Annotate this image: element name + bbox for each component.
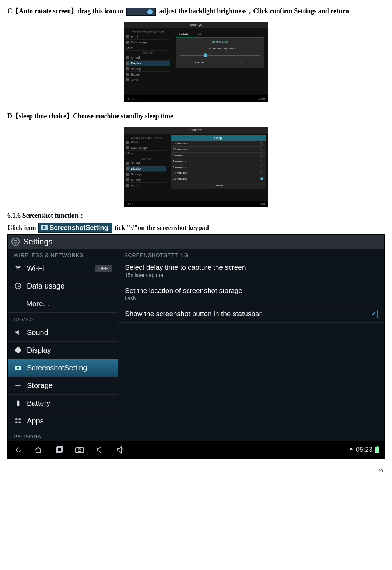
sidebar-item-apps[interactable]: Apps — [126, 77, 170, 83]
screenshot-sleep: Settings WIRELESS & NETWORKS Wi-Fi Data … — [124, 127, 268, 207]
sleep-option[interactable]: 1 minute — [171, 153, 266, 158]
sidebar-item-wifi[interactable]: Wi-Fi — [126, 140, 166, 145]
sleep-option[interactable]: 15 seconds — [171, 141, 266, 147]
nav-recent-icon[interactable] — [54, 445, 64, 455]
big-cat-wireless: WIRELESS & NETWORKS — [8, 249, 118, 260]
heading-616: 6.1.6 Screenshot function： — [7, 211, 385, 220]
sidebar-item-storage[interactable]: Storage — [126, 66, 170, 72]
nav-back-icon[interactable]: ◅ — [126, 97, 129, 101]
svg-rect-10 — [15, 419, 17, 420]
setting-loc-sub: flash — [125, 296, 378, 301]
nav-back-icon[interactable]: ◅ — [126, 202, 129, 206]
sidebar-item-datausage[interactable]: Data usage — [126, 145, 166, 151]
page-number: 29 — [7, 459, 385, 474]
sidebar-item-more[interactable]: More... — [8, 295, 118, 313]
click-icon-line: Click icon ScreenshotSetting tick "√"on … — [7, 223, 385, 233]
screenshotsetting-label: ScreenshotSetting — [50, 224, 108, 232]
big-sidebar: WIRELESS & NETWORKS Wi-Fi OFF Data usage… — [8, 249, 118, 441]
svg-rect-13 — [19, 422, 21, 423]
sidebar-item-display[interactable]: Display — [126, 61, 170, 66]
sidebar-item-wifi[interactable]: Wi-Fi OFF — [8, 260, 118, 277]
sleep-option[interactable]: 10 minutes — [171, 170, 266, 176]
battery-status-icon — [375, 447, 379, 453]
brightness-slider[interactable] — [180, 55, 260, 56]
nav-home-icon[interactable]: ⌂ — [129, 202, 131, 206]
svg-rect-12 — [15, 422, 17, 423]
brightness-auto-check[interactable]: Automatic brightness — [180, 45, 260, 52]
nav-recent-icon[interactable]: ▢ — [138, 97, 141, 101]
big-status-area[interactable]: 05:23 — [348, 446, 379, 454]
sleep-option[interactable]: 2 minutes — [171, 158, 266, 164]
shot1-sidebar: WIRELESS & NETWORKS Wi-Fi Data usage Mor… — [124, 28, 172, 95]
sidebar-item-sound[interactable]: Sound — [8, 324, 118, 342]
camera-icon — [14, 364, 22, 371]
screenshot-sleep-wrap: Settings WIRELESS & NETWORKS Wi-Fi Data … — [7, 127, 385, 207]
shot1-title: Settings — [124, 22, 268, 28]
nav-screenshot-icon[interactable] — [75, 445, 84, 455]
shot1-cat-device: DEVICE — [126, 52, 170, 55]
sleep-cancel-button[interactable]: Cancel — [171, 182, 266, 189]
storage-icon — [14, 382, 22, 389]
shot1-cat-wireless: WIRELESS & NETWORKS — [126, 31, 170, 34]
sidebar-item-apps[interactable]: Apps — [126, 183, 166, 188]
display-icon — [14, 346, 22, 354]
sidebar-item-wifi[interactable]: Wi-Fi — [126, 34, 170, 40]
big-header: Settings — [8, 235, 384, 249]
brightness-dialog-title: Brightness — [180, 40, 260, 45]
brightness-dialog: Brightness Automatic brightness Cancel O… — [176, 37, 264, 68]
sidebar-item-screenshotsetting[interactable]: ScreenshotSetting — [8, 359, 118, 377]
tab-installed[interactable]: Installed — [176, 31, 194, 38]
para-c-suffix: adjust the backlight brightness，Click co… — [159, 7, 349, 15]
svg-point-2 — [15, 347, 21, 353]
sleep-option[interactable]: 5 minutes — [171, 164, 266, 170]
setting-delay-title: Select delay time to capture the screen — [125, 263, 378, 272]
nav-volume-down-icon[interactable] — [95, 445, 105, 455]
click-icon-pre: Click icon — [7, 224, 36, 232]
sidebar-item-display[interactable]: Display — [126, 166, 166, 172]
setting-delay-time[interactable]: Select delay time to capture the screen … — [118, 260, 384, 283]
setting-storage-location[interactable]: Set the location of screenshot storage f… — [118, 283, 384, 306]
sidebar-item-sound[interactable]: Sound — [126, 55, 170, 61]
svg-point-4 — [17, 367, 19, 369]
wifi-icon — [14, 265, 22, 272]
sidebar-item-battery[interactable]: Battery — [126, 72, 170, 77]
brightness-cancel-button[interactable]: Cancel — [180, 59, 220, 66]
nav-home-icon[interactable] — [34, 445, 43, 455]
sleep-option[interactable]: 30 seconds — [171, 147, 266, 153]
sidebar-item-apps[interactable]: Apps — [8, 412, 118, 430]
svg-point-0 — [18, 270, 18, 270]
brightness-ok-button[interactable]: OK — [220, 59, 260, 66]
screenshotsetting-button-icon: ScreenshotSetting — [38, 223, 112, 233]
screenshot-settings-large: Settings WIRELESS & NETWORKS Wi-Fi OFF D… — [7, 234, 385, 459]
shot2-clock: 8:56 — [260, 202, 266, 206]
big-cat-device: DEVICE — [8, 313, 118, 324]
brightness-slider-icon — [126, 8, 156, 16]
svg-rect-9 — [17, 401, 18, 401]
sidebar-item-battery[interactable]: Battery — [126, 177, 166, 183]
sidebar-item-more[interactable]: More... — [126, 45, 170, 51]
nav-volume-up-icon[interactable] — [116, 445, 126, 455]
apps-icon — [14, 417, 22, 424]
wifi-toggle[interactable]: OFF — [95, 265, 112, 272]
sleep-dialog-title: Sleep — [171, 135, 266, 141]
sidebar-item-battery[interactable]: Battery — [8, 395, 118, 412]
setting-show-button[interactable]: Show the screenshot button in the status… — [118, 306, 384, 323]
setting-loc-title: Set the location of screenshot storage — [125, 287, 378, 295]
sleep-option[interactable]: 30 minutes — [171, 176, 266, 182]
sidebar-item-datausage[interactable]: Data usage — [8, 277, 118, 295]
click-icon-post: tick "√"on the screenshot keypad — [115, 224, 209, 232]
big-navbar: 05:23 — [8, 441, 384, 459]
sidebar-item-storage[interactable]: Storage — [126, 172, 166, 177]
sidebar-item-more[interactable]: More... — [126, 151, 166, 156]
sidebar-item-display[interactable]: Display — [8, 342, 118, 359]
sidebar-item-datausage[interactable]: Data usage — [126, 40, 170, 45]
tab-all[interactable]: All — [194, 31, 205, 38]
sidebar-item-storage[interactable]: Storage — [8, 377, 118, 395]
nav-recent-icon[interactable]: ▢ — [132, 202, 135, 206]
nav-back-icon[interactable] — [13, 445, 22, 455]
sidebar-item-sound[interactable]: Sound — [126, 161, 166, 166]
battery-icon — [14, 399, 22, 407]
paragraph-d: D【sleep time choice】Choose machine stand… — [7, 109, 385, 124]
show-button-checkbox[interactable]: ✔ — [370, 310, 378, 318]
nav-home-icon[interactable]: ⌂ — [132, 97, 134, 101]
